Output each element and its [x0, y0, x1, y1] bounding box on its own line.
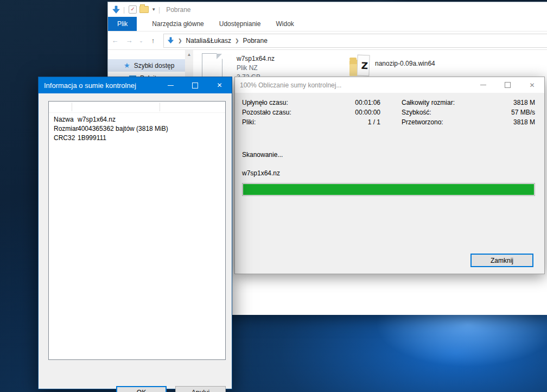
history-chevron-icon[interactable]: ⌄ — [136, 38, 146, 43]
divider: | — [123, 6, 125, 14]
field-value: 4004365362 bajtów (3818 MiB) — [78, 124, 168, 134]
checksum-dialog-content: Nazwa w7sp1x64.nz Rozmiar 4004365362 baj… — [39, 93, 232, 389]
file-name: w7sp1x64.nz — [237, 54, 275, 64]
stat-label: Przetworzono: — [402, 118, 443, 128]
chevron-right-icon[interactable]: ❯ — [235, 38, 239, 43]
maximize-icon[interactable] — [495, 77, 520, 93]
new-folder-qat-icon[interactable] — [139, 6, 149, 13]
list-item[interactable]: Rozmiar 4004365362 bajtów (3818 MiB) — [54, 124, 225, 134]
explorer-titlebar: | ✓ ▼ | Pobrane — [108, 2, 547, 17]
downloads-breadcrumb-icon — [167, 37, 174, 44]
maximize-icon[interactable] — [183, 77, 207, 93]
nanozip-folder-icon: Z — [349, 54, 370, 77]
stat-value: 3818 M — [513, 99, 535, 109]
field-label: Rozmiar — [54, 124, 78, 134]
close-icon[interactable]: ✕ — [520, 77, 544, 93]
progress-dialog-titlebar: 100% Obliczanie sumy kontrolnej... ✕ — [235, 77, 544, 93]
scroll-up-icon[interactable]: ▲ — [185, 50, 193, 57]
ribbon-tabs: Plik Narzędzia główne Udostępnianie Wido… — [108, 17, 547, 31]
tab-share[interactable]: Udostępnianie — [212, 17, 269, 31]
tab-file[interactable]: Plik — [108, 17, 137, 31]
checksum-qat-icon[interactable]: ✓ — [129, 5, 137, 14]
stat-label: Pliki: — [242, 118, 256, 128]
star-icon: ★ — [124, 61, 130, 69]
ok-button[interactable]: OK — [116, 386, 167, 392]
stat-label: Szybkość: — [402, 109, 431, 118]
sidebar-item-label: Szybki dostęp — [134, 62, 175, 69]
status-text: Skanowanie... — [242, 151, 283, 159]
checksum-dialog-titlebar: Informacja o sumie kontrolnej ✕ — [39, 77, 232, 93]
progress-bar — [242, 183, 535, 196]
up-icon[interactable]: ↑ — [146, 36, 160, 45]
stat-label: Upłynęło czasu: — [242, 99, 288, 109]
progress-bar-fill — [243, 184, 534, 195]
address-box[interactable]: ❯ Natalia&Łukasz ❯ Pobrane — [163, 34, 547, 48]
checksum-info-dialog: Informacja o sumie kontrolnej ✕ Nazwa w7… — [38, 77, 232, 389]
breadcrumb-user[interactable]: Natalia&Łukasz — [186, 37, 231, 45]
folder-name: nanozip-0.09a.win64 — [375, 60, 435, 67]
field-label: Nazwa — [54, 115, 78, 124]
dialog-title: 100% Obliczanie sumy kontrolnej... — [240, 81, 341, 89]
stat-label: Całkowity rozmiar: — [402, 99, 455, 109]
tab-home[interactable]: Narzędzia główne — [144, 17, 211, 31]
field-value: 1B999111 — [78, 134, 106, 143]
stat-value: 1 / 1 — [368, 118, 380, 128]
stat-value: 00:00:00 — [355, 109, 380, 118]
stat-value: 57 MB/s — [511, 109, 535, 118]
tab-view[interactable]: Widok — [268, 17, 301, 31]
close-button[interactable]: Zamknij — [470, 254, 533, 267]
divider: | — [158, 6, 160, 14]
address-bar-row: ← → ⌄ ↑ ❯ Natalia&Łukasz ❯ Pobrane — [108, 31, 547, 50]
file-icon — [202, 53, 222, 79]
close-icon[interactable]: ✕ — [207, 77, 232, 93]
listbox-header — [49, 102, 225, 113]
minimize-icon[interactable] — [471, 77, 495, 93]
forward-icon[interactable]: → — [122, 36, 136, 45]
qat-dropdown-icon[interactable]: ▼ — [151, 7, 156, 12]
stat-value: 00:01:06 — [355, 99, 380, 109]
checksum-progress-dialog: 100% Obliczanie sumy kontrolnej... ✕ Upł… — [234, 77, 545, 274]
checksum-listbox[interactable]: Nazwa w7sp1x64.nz Rozmiar 4004365362 baj… — [48, 101, 226, 360]
stat-value: 3818 M — [513, 118, 535, 128]
current-file-name: w7sp1x64.nz — [242, 169, 280, 177]
list-item[interactable]: CRC32 1B999111 — [54, 134, 225, 143]
progress-dialog-content: Upłynęło czasu:00:01:06 Pozostało czasu:… — [235, 93, 544, 274]
list-item[interactable]: Nazwa w7sp1x64.nz — [54, 115, 225, 124]
dialog-title: Informacja o sumie kontrolnej — [44, 81, 136, 90]
desktop-wallpaper: | ✓ ▼ | Pobrane Plik Narzędzia główne Ud… — [0, 0, 547, 392]
folder-item-nanozip[interactable]: Z nanozip-0.09a.win64 — [349, 54, 435, 77]
window-title: Pobrane — [166, 6, 190, 14]
cancel-button[interactable]: Anuluj — [175, 386, 226, 392]
file-type: Plik NZ — [237, 64, 275, 73]
downloads-folder-icon[interactable] — [112, 5, 120, 14]
back-icon[interactable]: ← — [108, 36, 122, 45]
field-label: CRC32 — [54, 134, 78, 143]
chevron-right-icon[interactable]: ❯ — [178, 38, 182, 43]
minimize-icon[interactable] — [158, 77, 183, 93]
sidebar-item-quick-access[interactable]: ★ Szybki dostęp — [108, 59, 185, 72]
stat-label: Pozostało czasu: — [242, 109, 291, 118]
field-value: w7sp1x64.nz — [78, 115, 116, 124]
breadcrumb-downloads[interactable]: Pobrane — [243, 37, 267, 45]
